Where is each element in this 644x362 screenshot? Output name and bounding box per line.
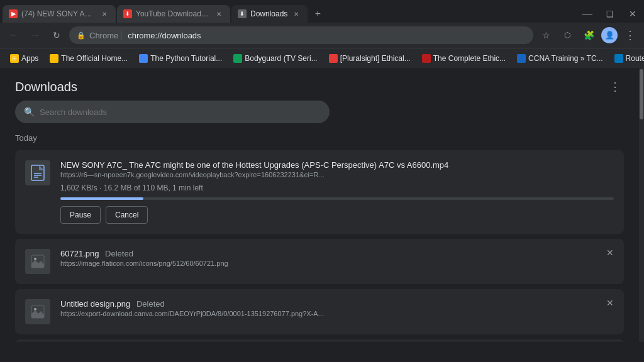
bookmark-7-icon xyxy=(614,54,623,63)
extensions-button[interactable]: 🧩 xyxy=(580,26,597,44)
bookmark-3-label: Bodyguard (TV Seri... xyxy=(245,54,317,63)
file-icon-2 xyxy=(25,249,50,274)
progress-bar-container-1 xyxy=(60,197,614,200)
section-date: Today xyxy=(15,133,624,143)
page-title: Downloads xyxy=(15,80,77,94)
bookmark-4-label: [Pluralsight] Ethical... xyxy=(340,54,411,63)
bookmark-bodyguard[interactable]: Bodyguard (TV Seri... xyxy=(228,52,322,65)
download-progress-text-1: 1,602 KB/s · 16.2 MB of 110 MB, 1 min le… xyxy=(60,184,614,192)
bookmark-router-alley[interactable]: Router Alley - Guide xyxy=(609,52,644,65)
bookmarks-bar: ⊞ Downloads Apps The Official Home... Th… xyxy=(0,48,644,68)
tab-3-title: Downloads xyxy=(250,9,287,18)
secure-icon: 🔒 xyxy=(77,31,86,40)
scrollbar-thumb[interactable] xyxy=(640,69,643,119)
search-box: 🔍 xyxy=(15,101,330,123)
svg-rect-0 xyxy=(31,165,44,180)
deleted-badge-2: Deleted xyxy=(105,249,133,258)
bookmark-python[interactable]: The Python Tutorial... xyxy=(134,52,227,65)
tab-2[interactable]: ⬇ YouTube Downloader - Downloa... ✕ xyxy=(117,5,230,23)
search-container: 🔍 xyxy=(0,101,639,133)
downloads-header: Downloads ⋮ xyxy=(0,68,639,101)
download-filename-2: 60721.png Deleted xyxy=(60,249,614,258)
tab-1-favicon: ▶ xyxy=(9,9,18,18)
pause-button[interactable]: Pause xyxy=(60,206,101,224)
bookmark-button[interactable]: ☆ xyxy=(537,26,555,44)
window-controls: — ❑ ✕ xyxy=(579,5,641,23)
download-filename-3: Untitled design.png Deleted xyxy=(60,299,614,309)
tab-2-favicon: ⬇ xyxy=(123,9,132,18)
tab-2-title: YouTube Downloader - Downloa... xyxy=(136,9,210,18)
tab-bar: ▶ (74) NEW SONY A7C: The A7C m... ✕ ⬇ Yo… xyxy=(0,0,644,23)
bookmark-5-label: The Complete Ethic... xyxy=(433,54,506,63)
bookmark-3-icon xyxy=(233,54,242,63)
deleted-badge-3: Deleted xyxy=(136,299,165,309)
progress-bar-fill-1 xyxy=(60,197,143,200)
bookmark-4-icon xyxy=(329,54,338,63)
maximize-button[interactable]: ❑ xyxy=(601,5,619,23)
remove-button-3[interactable]: ✕ xyxy=(602,295,618,310)
file-icon-3 xyxy=(25,299,50,324)
tab-3-close[interactable]: ✕ xyxy=(291,9,301,19)
cancel-button[interactable]: Cancel xyxy=(106,206,148,224)
reload-button[interactable]: ↻ xyxy=(48,26,65,44)
bookmark-1-label: The Official Home... xyxy=(61,54,128,63)
bookmark-official-home[interactable]: The Official Home... xyxy=(45,52,133,65)
page-content: Downloads ⋮ 🔍 Today xyxy=(0,68,644,342)
profile-button[interactable]: 👤 xyxy=(601,27,618,43)
tab-1[interactable]: ▶ (74) NEW SONY A7C: The A7C m... ✕ xyxy=(3,5,116,23)
tab-3-favicon: ⬇ xyxy=(238,9,247,18)
file-icon-1 xyxy=(25,160,50,185)
downloads-menu-button[interactable]: ⋮ xyxy=(606,78,624,96)
bookmark-ccna[interactable]: CCNA Training » TC... xyxy=(512,52,608,65)
new-tab-button[interactable]: + xyxy=(309,5,326,23)
bookmark-1-icon xyxy=(50,54,58,63)
bookmark-apps[interactable]: ⊞ Downloads Apps xyxy=(5,52,43,65)
svg-point-8 xyxy=(34,308,36,310)
navigation-bar: ← → ↻ 🔒 Chrome chrome://downloads ☆ ⬡ 🧩 … xyxy=(0,23,644,48)
scrollbar[interactable] xyxy=(639,68,644,342)
main-area: Downloads ⋮ 🔍 Today xyxy=(0,68,639,342)
svg-point-6 xyxy=(34,258,36,260)
bookmark-2-label: The Python Tutorial... xyxy=(150,54,222,63)
tab-3[interactable]: ⬇ Downloads ✕ xyxy=(231,5,308,23)
apps-label: Apps xyxy=(21,54,38,63)
download-item-3: Untitled design.png Deleted https://expo… xyxy=(15,289,624,334)
search-icon: 🔍 xyxy=(24,107,35,117)
remove-button-2[interactable]: ✕ xyxy=(602,245,618,260)
url-display: chrome://downloads xyxy=(128,31,201,40)
bookmark-7-label: Router Alley - Guide xyxy=(626,54,644,63)
download-url-2: https://image.flaticon.com/icons/png/512… xyxy=(60,260,614,267)
menu-button[interactable]: ⋮ xyxy=(621,26,639,44)
download-info-2: 60721.png Deleted https://image.flaticon… xyxy=(60,249,614,272)
downloads-section: Today NEW SONY A7C_ The A7C might be one… xyxy=(0,133,639,342)
minimize-button[interactable]: — xyxy=(579,5,596,23)
bookmark-pluralsight[interactable]: [Pluralsight] Ethical... xyxy=(324,52,416,65)
apps-icon: ⊞ xyxy=(10,54,19,63)
search-input[interactable] xyxy=(40,107,321,117)
back-button[interactable]: ← xyxy=(5,26,23,44)
download-item-2: 60721.png Deleted https://image.flaticon… xyxy=(15,239,624,284)
download-url-3: https://export-download.canva.com/DAEOYr… xyxy=(60,310,614,317)
download-filename-1: NEW SONY A7C_ The A7C might be one of th… xyxy=(60,160,614,170)
chrome-label: Chrome xyxy=(89,31,121,40)
download-item-4: unnamed.png Deleted ✕ xyxy=(15,339,624,342)
extensions-icon[interactable]: ⬡ xyxy=(558,26,576,44)
tab-2-close[interactable]: ✕ xyxy=(214,9,224,19)
bookmark-6-label: CCNA Training » TC... xyxy=(528,54,603,63)
download-info-1: NEW SONY A7C_ The A7C might be one of th… xyxy=(60,160,614,224)
tab-1-title: (74) NEW SONY A7C: The A7C m... xyxy=(21,9,96,18)
tab-1-close[interactable]: ✕ xyxy=(99,9,109,19)
bookmark-5-icon xyxy=(422,54,431,63)
forward-button[interactable]: → xyxy=(26,26,44,44)
download-actions-1: Pause Cancel xyxy=(60,206,614,224)
bookmark-6-icon xyxy=(517,54,526,63)
download-item-1: NEW SONY A7C_ The A7C might be one of th… xyxy=(15,150,624,234)
close-button[interactable]: ✕ xyxy=(624,5,641,23)
bookmark-complete-ethic[interactable]: The Complete Ethic... xyxy=(417,52,511,65)
address-bar[interactable]: 🔒 Chrome chrome://downloads xyxy=(69,26,533,44)
download-url-1: https://r6—sn-npoeen7k.googlevideo.com/v… xyxy=(60,171,614,178)
bookmark-2-icon xyxy=(139,54,148,63)
download-info-3: Untitled design.png Deleted https://expo… xyxy=(60,299,614,322)
